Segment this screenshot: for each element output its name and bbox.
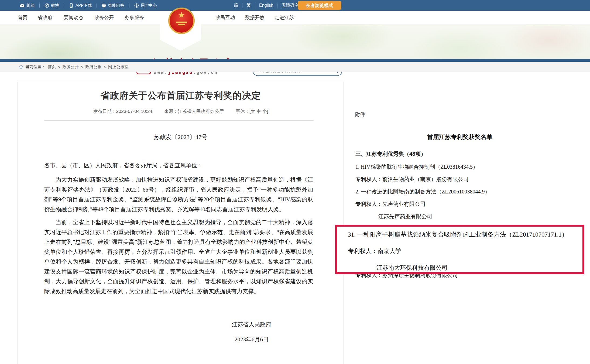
lang-traditional[interactable]: 繁	[242, 3, 255, 8]
patent-entry-2: 2. 一种改进的比阿培南的制备方法（ZL200610038044.9）	[355, 188, 490, 195]
smart-qa-label: 智能问答	[108, 3, 124, 8]
smart-qa-icon: ?	[102, 3, 106, 8]
patent-entry-31: 31. 一种阳离子树脂基载锆纳米复合吸附剂的工业制备方法（ZL201710707…	[348, 230, 568, 239]
emblem-star: ★	[178, 11, 185, 19]
attachment-label: 附件	[355, 111, 365, 118]
mail-link[interactable]: 邮箱	[15, 3, 39, 8]
top-utility-bar: 邮箱 微博 APP下载 ? 智能问答 用户中心 简	[0, 0, 590, 11]
user-center-link[interactable]: 用户中心	[129, 3, 162, 8]
home-icon	[19, 65, 23, 69]
weibo-link[interactable]: 微博	[40, 3, 64, 8]
font-label: 字体：	[236, 109, 249, 114]
nav-home[interactable]: 首页	[18, 11, 28, 24]
emblem-gate	[176, 22, 187, 23]
breadcrumb-openness[interactable]: 政务公开	[63, 64, 79, 70]
nav-openness[interactable]: 政务公开	[94, 11, 114, 24]
lang-english[interactable]: English	[255, 3, 277, 8]
patent-entry-1-owner: 专利权人：前沿生物药业（南京）股份有限公司	[355, 176, 469, 183]
user-center-label: 用户中心	[141, 3, 157, 8]
nav-government[interactable]: 省政府	[38, 11, 52, 24]
mail-icon	[20, 3, 25, 8]
document-card: 省政府关于公布首届江苏专利奖的决定 发布日期：2023-07-04 10:24 …	[18, 82, 344, 364]
national-emblem-icon: ★	[168, 8, 195, 34]
meta-divider	[44, 120, 314, 121]
attachment-title: 首届江苏专利奖获奖名单	[348, 133, 572, 141]
font-size-small[interactable]: 小	[262, 109, 267, 114]
breadcrumb-inner: 当前位置： 首页 > 政务公开 > 政府公报 > 网上公报室	[19, 64, 128, 70]
emblem-gate	[178, 24, 185, 25]
signature-date: 2023年6月6日	[207, 336, 296, 343]
paragraph-1: 为大力实施创新驱动发展战略，加快推进知识产权强省建设，更好鼓励知识产权高质量创造…	[44, 175, 313, 214]
patent-entry-1: 1. HIV感染的肽衍生物融合抑制剂（ZL03816434.5）	[355, 163, 478, 171]
publish-date: 发布日期：2023-07-04 10:24	[93, 108, 152, 115]
topbar-lang-group: 简 繁 English 无障碍浏览	[230, 0, 307, 11]
signature-issuer: 江苏省人民政府	[207, 321, 296, 328]
weibo-label: 微博	[51, 3, 59, 8]
breadcrumb-label: 当前位置：	[25, 64, 46, 70]
publish-label: 发布日期：	[93, 109, 116, 114]
patent-entry-2-owner: 专利权人：先声药业有限公司	[355, 200, 426, 208]
breadcrumb-separator: >	[58, 65, 60, 69]
nav-services[interactable]: 办事服务	[125, 11, 144, 24]
weibo-icon	[44, 3, 49, 8]
highlight-annotation-box: 31. 一种阳离子树脂基载锆纳米复合吸附剂的工业制备方法（ZL201710707…	[335, 225, 584, 274]
lang-simplified[interactable]: 简	[230, 3, 242, 8]
smart-qa-link[interactable]: ? 智能问答	[97, 3, 129, 8]
app-download-link[interactable]: APP下载	[64, 3, 97, 8]
breadcrumb-home[interactable]: 首页	[48, 64, 56, 70]
font-size-controls: 字体：[大 中 小]	[236, 108, 268, 115]
document-number: 苏政发〔2023〕47号	[18, 133, 344, 141]
page: 邮箱 微博 APP下载 ? 智能问答 用户中心 简	[0, 0, 590, 364]
patent-entry-2-owner-2: 江苏先声药业有限公司	[378, 213, 432, 220]
breadcrumb-gazette[interactable]: 政府公报	[85, 64, 102, 70]
site-header: 苏 江苏省人民政府 www.jiangsu.gov.cn	[0, 24, 590, 59]
salutation: 各市、县（市、区）人民政府，省各委办厅局，省各直属单位：	[44, 162, 203, 169]
topbar-left-group: 邮箱 微博 APP下载 ? 智能问答 用户中心	[15, 0, 162, 11]
patent-entry-31-owner: 专利权人：南京大学	[348, 247, 401, 255]
breadcrumb-separator: >	[81, 65, 83, 69]
paragraph-2: 当前，全省上下坚持以习近平新时代中国特色社会主义思想为指导，全面贯彻党的二十大精…	[44, 217, 313, 296]
breadcrumb: 当前位置： 首页 > 政务公开 > 政府公报 > 网上公报室	[0, 62, 590, 72]
elder-mode-button[interactable]: 长者浏览模式	[298, 1, 341, 10]
patent-entry-31-owner-2: 江苏南大环保科技有限公司	[376, 264, 448, 272]
source-value: 江苏省人民政府办公厅	[178, 109, 224, 114]
attachment-section-heading: 三、江苏专利优秀奖（48项）	[355, 150, 426, 158]
mail-label: 邮箱	[26, 3, 35, 8]
app-download-label: APP下载	[76, 3, 92, 8]
nav-interaction[interactable]: 政民互动	[215, 11, 235, 24]
document-meta: 发布日期：2023-07-04 10:24 来源：江苏省人民政府办公厅 字体：[…	[18, 108, 344, 115]
nav-about[interactable]: 走进江苏	[275, 11, 294, 24]
source-label: 来源：	[164, 109, 178, 114]
breadcrumb-gazette-room[interactable]: 网上公报室	[108, 64, 128, 70]
emblem-badge-point	[160, 40, 201, 51]
source: 来源：江苏省人民政府办公厅	[164, 108, 224, 115]
nav-data[interactable]: 数据开放	[245, 11, 265, 24]
app-download-icon	[69, 3, 74, 8]
font-bracket: ]	[267, 109, 268, 114]
font-size-medium[interactable]: 中	[256, 109, 261, 114]
svg-text:?: ?	[103, 4, 105, 7]
main-nav: 首页 省政府 要闻动态 政务公开 办事服务 政民互动 数据开放 走进江苏	[0, 11, 590, 24]
breadcrumb-separator: >	[104, 65, 106, 69]
document-title: 省政府关于公布首届江苏专利奖的决定	[18, 89, 344, 102]
font-size-large[interactable]: 大	[251, 109, 255, 114]
publish-value: 2023-07-04 10:24	[116, 109, 152, 114]
nav-news[interactable]: 要闻动态	[64, 11, 83, 24]
user-center-icon	[134, 3, 139, 8]
header-divider	[0, 59, 590, 62]
